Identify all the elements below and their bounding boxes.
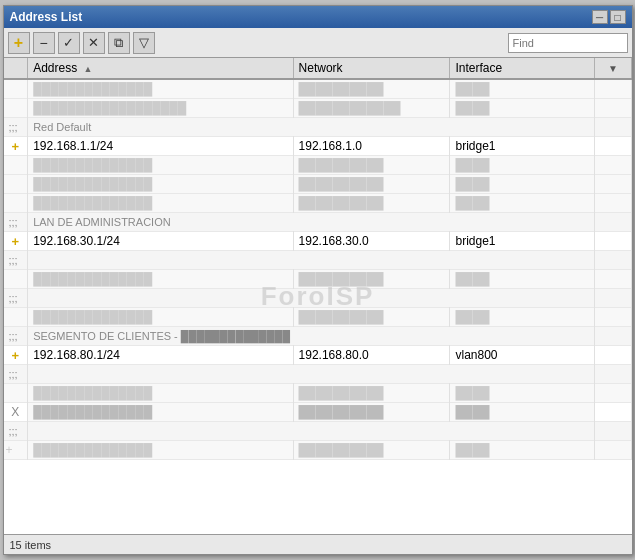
row-indicator: ;;; [4, 422, 28, 441]
row-interface: ████ [450, 384, 595, 403]
table-body: ██████████████ ██████████ ████ █████████… [4, 79, 632, 460]
row-indicator [4, 308, 28, 327]
row-address: ██████████████ [28, 175, 293, 194]
table-header-row: Address ▲ Network Interface ▼ [4, 58, 632, 79]
row-address: LAN DE ADMINISTRACION [28, 213, 595, 232]
table-row[interactable]: ██████████████ ██████████ ████ [4, 270, 632, 289]
row-network: ██████████ [293, 156, 450, 175]
find-input[interactable] [513, 37, 623, 49]
row-network: ██████████ [293, 308, 450, 327]
table-row[interactable]: X ██████████████ ██████████ ████ [4, 403, 632, 422]
copy-button[interactable]: ⧉ [108, 32, 130, 54]
row-interface: ████ [450, 403, 595, 422]
row-extra [595, 365, 631, 384]
table-row[interactable]: ██████████████ ██████████ ████ [4, 194, 632, 213]
row-address [28, 251, 595, 270]
restore-button[interactable]: □ [610, 10, 626, 24]
table-row[interactable]: ██████████████ ██████████ ████ [4, 308, 632, 327]
row-address: 192.168.1.1/24 [28, 137, 293, 156]
title-bar-buttons: ─ □ [592, 10, 626, 24]
table-row[interactable]: ██████████████ ██████████ ████ [4, 79, 632, 99]
row-extra [595, 289, 631, 308]
row-indicator [4, 175, 28, 194]
col-address[interactable]: Address ▲ [28, 58, 293, 79]
table-row[interactable]: + ██████████████ ██████████ ████ [4, 441, 632, 460]
row-indicator: + [4, 137, 28, 156]
row-indicator [4, 99, 28, 118]
col-interface[interactable]: Interface [450, 58, 595, 79]
row-indicator [4, 384, 28, 403]
table-row[interactable]: ;;; LAN DE ADMINISTRACION [4, 213, 632, 232]
row-address [28, 422, 595, 441]
table-row[interactable]: ██████████████████ ████████████ ████ [4, 99, 632, 118]
row-interface: ████ [450, 79, 595, 99]
table-row[interactable]: ██████████████ ██████████ ████ [4, 175, 632, 194]
table-row[interactable]: ██████████████ ██████████ ████ [4, 384, 632, 403]
row-network: ████████████ [293, 99, 450, 118]
table-row[interactable]: ;;; [4, 365, 632, 384]
row-address: ██████████████ [28, 156, 293, 175]
row-address: ██████████████ [28, 308, 293, 327]
title-bar: Address List ─ □ [4, 6, 632, 28]
row-indicator: + [4, 346, 28, 365]
row-address [28, 365, 595, 384]
check-button[interactable]: ✓ [58, 32, 80, 54]
row-address: ██████████████ [28, 270, 293, 289]
row-address: ██████████████ [28, 441, 293, 460]
row-interface: ████ [450, 441, 595, 460]
row-extra [595, 118, 631, 137]
add-button[interactable]: + [8, 32, 30, 54]
row-address: ██████████████ [28, 403, 293, 422]
row-address: Red Default [28, 118, 595, 137]
table-row[interactable]: ██████████████ ██████████ ████ [4, 156, 632, 175]
row-indicator [4, 156, 28, 175]
find-box[interactable] [508, 33, 628, 53]
table-row[interactable]: ;;; Red Default [4, 118, 632, 137]
filter-button[interactable]: ▽ [133, 32, 155, 54]
row-address: SEGMENTO DE CLIENTES - ██████████████ [28, 327, 595, 346]
window-title: Address List [10, 10, 83, 24]
row-interface: vlan800 [450, 346, 595, 365]
row-network: ██████████ [293, 441, 450, 460]
row-network: ██████████ [293, 384, 450, 403]
row-extra [595, 346, 631, 365]
row-network: ██████████ [293, 175, 450, 194]
col-network[interactable]: Network [293, 58, 450, 79]
row-indicator [4, 79, 28, 99]
row-interface: ████ [450, 308, 595, 327]
table-row[interactable]: ;;; [4, 251, 632, 270]
table-row[interactable]: + 192.168.30.1/24 192.168.30.0 bridge1 [4, 232, 632, 251]
row-extra [595, 175, 631, 194]
minimize-button[interactable]: ─ [592, 10, 608, 24]
row-indicator: X [4, 403, 28, 422]
table-row[interactable]: ;;; [4, 422, 632, 441]
address-table: Address ▲ Network Interface ▼ [4, 58, 632, 460]
row-extra [595, 327, 631, 346]
row-interface: ████ [450, 99, 595, 118]
remove-button[interactable]: − [33, 32, 55, 54]
table-row[interactable]: + 192.168.80.1/24 192.168.80.0 vlan800 [4, 346, 632, 365]
row-network: ██████████ [293, 194, 450, 213]
cross-button[interactable]: ✕ [83, 32, 105, 54]
sort-icon: ▲ [84, 64, 93, 74]
row-extra [595, 384, 631, 403]
row-interface: ████ [450, 270, 595, 289]
row-interface: ████ [450, 194, 595, 213]
row-address: ██████████████████ [28, 99, 293, 118]
address-list-window: Address List ─ □ + − ✓ ✕ ⧉ ▽ ForoISP Add… [3, 5, 633, 555]
toolbar: + − ✓ ✕ ⧉ ▽ [4, 28, 632, 58]
table-row[interactable]: ;;; [4, 289, 632, 308]
row-extra [595, 194, 631, 213]
row-address [28, 289, 595, 308]
status-bar: 15 items [4, 534, 632, 554]
col-dropdown[interactable]: ▼ [595, 58, 631, 79]
table-row[interactable]: ;;; SEGMENTO DE CLIENTES - █████████████… [4, 327, 632, 346]
row-network: 192.168.1.0 [293, 137, 450, 156]
row-indicator [4, 270, 28, 289]
row-network: 192.168.80.0 [293, 346, 450, 365]
dropdown-arrow-icon: ▼ [608, 63, 618, 74]
row-extra [595, 403, 631, 422]
table-row[interactable]: + 192.168.1.1/24 192.168.1.0 bridge1 [4, 137, 632, 156]
row-extra [595, 270, 631, 289]
row-indicator: ;;; [4, 327, 28, 346]
